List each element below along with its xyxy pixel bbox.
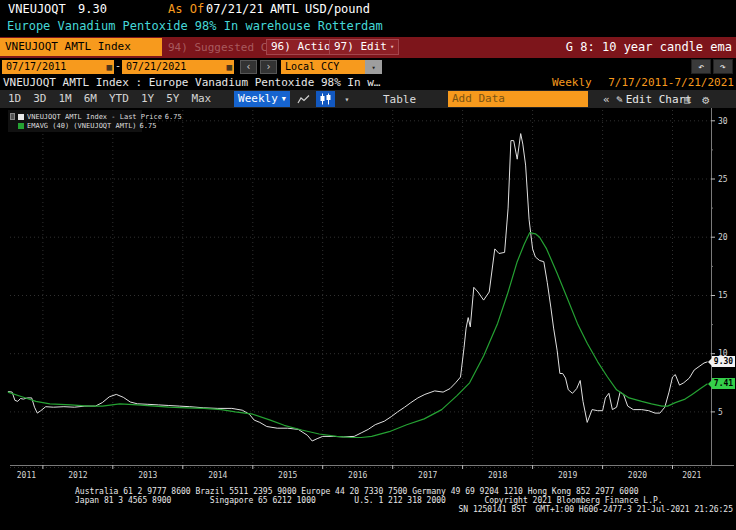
range-tab-3d[interactable]: 3D: [27, 90, 52, 108]
date-separator: -: [115, 60, 121, 71]
period-label: Weekly: [238, 91, 278, 107]
footer-contacts-line1: Australia 61 2 9777 8600 Brazil 5511 239…: [75, 487, 639, 496]
period-dropdown-button[interactable]: Weekly ▼: [234, 91, 290, 107]
chevron-right-icon: ›: [265, 61, 271, 72]
legend-row[interactable]: VNEUJOQT AMTL Index - Last Price6.75: [10, 112, 138, 121]
chart-legend[interactable]: VNEUJOQT AMTL Index - Last Price6.75EMAV…: [8, 110, 142, 132]
footer-session-info: SN 1250141 BST GMT+1:00 H606-2477-3 21-J…: [458, 505, 733, 514]
price-tick-label: 30: [718, 117, 728, 126]
chevron-down-icon: ▾: [345, 95, 350, 104]
line-chart-icon: [297, 94, 310, 105]
range-tab-1d[interactable]: 1D: [2, 90, 27, 108]
legend-swatch: [18, 123, 24, 129]
chart-type-dropdown-button[interactable]: ▾: [340, 91, 354, 107]
bloomberg-terminal-window: VNEUJOQT 9.30 As Of 07/21/21 AMTL USD/po…: [0, 0, 736, 530]
currency-dropdown-button[interactable]: ▾: [365, 60, 382, 74]
frequency-label: Weekly: [552, 76, 592, 89]
settings-button[interactable]: ⚙: [696, 90, 715, 110]
year-label: 2019: [558, 471, 577, 480]
year-label: 2020: [628, 471, 647, 480]
prev-period-button[interactable]: ‹: [240, 60, 257, 74]
undo-icon: ↶: [698, 61, 704, 72]
menu-bar: VNEUJOQT AMTL Index 94) Suggested Charts…: [0, 37, 736, 58]
pencil-icon: ✎: [616, 91, 623, 109]
add-data-input[interactable]: [448, 91, 588, 107]
caret-down-icon: ▼: [282, 91, 286, 107]
chart-canvas[interactable]: 5101520253020112012201320142015201620172…: [0, 108, 736, 484]
legend-collapse-icon[interactable]: [10, 113, 15, 120]
range-tab-ytd[interactable]: YTD: [103, 90, 135, 108]
quote-bar: VNEUJOQT 9.30 As Of 07/21/21 AMTL USD/po…: [0, 0, 736, 19]
range-tab-1y[interactable]: 1Y: [135, 90, 160, 108]
calendar-icon[interactable]: ▦: [227, 62, 232, 72]
notes-icon: ▤: [684, 94, 690, 105]
start-date-field[interactable]: 07/17/2011 ▦: [2, 60, 114, 74]
currency-select[interactable]: Local CCY: [281, 60, 365, 74]
end-date-value: 07/21/2021: [126, 61, 186, 72]
candle-chart-type-button[interactable]: [316, 91, 335, 107]
table-button[interactable]: Table: [377, 90, 422, 110]
year-label: 2021: [682, 471, 701, 480]
legend-swatch: [18, 114, 24, 120]
end-date-field[interactable]: 07/21/2021 ▦: [122, 60, 234, 74]
as-of-date: 07/21/21: [206, 2, 264, 16]
edit-label: 97) Edit: [334, 40, 387, 54]
year-label: 2015: [278, 471, 297, 480]
line-chart-type-button[interactable]: [295, 91, 312, 107]
year-label: 2012: [68, 471, 87, 480]
ticker-symbol: VNEUJOQT: [8, 2, 66, 16]
range-tab-6m[interactable]: 6M: [78, 90, 103, 108]
year-label: 2018: [488, 471, 507, 480]
undo-button[interactable]: ↶: [691, 59, 711, 74]
year-label: 2013: [138, 471, 157, 480]
price-tick-label: 15: [718, 291, 728, 300]
as-of-label: As Of: [168, 2, 204, 16]
next-period-button[interactable]: ›: [260, 60, 277, 74]
chevron-down-icon: ▾: [371, 64, 375, 72]
dropdown-arrow-icon: ▾: [390, 40, 394, 54]
saved-chart-name: G 8: 10 year candle ema: [566, 37, 732, 58]
redo-button[interactable]: ↷: [713, 59, 733, 74]
chevron-left-icon: ‹: [245, 61, 251, 72]
gear-icon: ⚙: [702, 93, 709, 107]
annotations-button[interactable]: ▤: [678, 90, 696, 110]
redo-icon: ↷: [720, 61, 726, 72]
price-unit: USD/pound: [305, 2, 370, 16]
year-label: 2014: [208, 471, 227, 480]
chart-title: VNEUJOQT AMTL Index : Europe Vanadium Pe…: [3, 76, 381, 89]
legend-label: EMAVG (40) (VNEUJOQT AMTL): [27, 122, 137, 130]
date-bar: 07/17/2011 ▦ - 07/21/2021 ▦ ‹ › Local CC…: [0, 58, 736, 76]
start-date-value: 07/17/2011: [6, 61, 66, 72]
exchange-code: AMTL: [270, 2, 299, 16]
chart-toolbar: 1D3D1M6MYTD1Y5YMax Weekly ▼ ▾ Table « ✎ …: [0, 90, 736, 108]
legend-value: 6.75: [165, 113, 182, 121]
double-chevron-left-icon: «: [603, 93, 610, 106]
last-price-value: 9.30: [78, 2, 107, 16]
range-tab-5y[interactable]: 5Y: [160, 90, 185, 108]
legend-value: 6.75: [140, 122, 157, 130]
year-label: 2011: [17, 471, 36, 480]
calendar-icon[interactable]: ▦: [107, 62, 112, 72]
ticker-input[interactable]: VNEUJOQT AMTL Index: [0, 38, 162, 56]
security-name: Europe Vanadium Pentoxide 98% In warehou…: [7, 19, 383, 33]
legend-label: VNEUJOQT AMTL Index - Last Price: [27, 113, 162, 121]
last-price-axis-label: 9.30: [712, 356, 735, 367]
chart-title-row: VNEUJOQT AMTL Index : Europe Vanadium Pe…: [0, 76, 736, 90]
year-label: 2016: [348, 471, 367, 480]
edit-button[interactable]: 97) Edit ▾: [329, 39, 399, 55]
price-tick-label: 25: [718, 175, 728, 184]
range-tab-max[interactable]: Max: [185, 90, 217, 108]
emavg-axis-label: 7.41: [712, 378, 735, 389]
price-tick-label: 20: [718, 233, 728, 242]
legend-row[interactable]: EMAVG (40) (VNEUJOQT AMTL)6.75: [10, 121, 138, 130]
price-tick-label: 5: [718, 408, 723, 417]
date-range-label: 7/17/2011-7/21/2021: [608, 76, 734, 89]
year-label: 2017: [418, 471, 437, 480]
candlestick-icon: [319, 93, 332, 105]
range-tabs: 1D3D1M6MYTD1Y5YMax: [2, 90, 217, 108]
footer-contacts-line2: Japan 81 3 4565 8900 Singapore 65 6212 1…: [75, 496, 663, 505]
range-tab-1m[interactable]: 1M: [53, 90, 78, 108]
